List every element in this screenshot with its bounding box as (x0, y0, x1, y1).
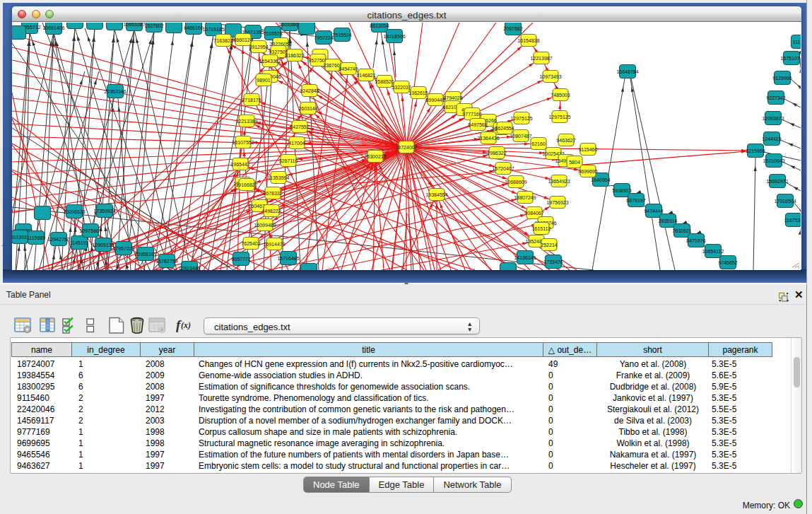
svg-text:15751074: 15751074 (780, 56, 801, 61)
svg-text:20353346: 20353346 (104, 89, 126, 94)
svg-text:9129966: 9129966 (772, 76, 792, 81)
svg-text:10973493: 10973493 (539, 74, 561, 79)
svg-text:(x): (x) (181, 320, 191, 330)
svg-text:7632621: 7632621 (672, 228, 691, 233)
svg-text:16107552: 16107552 (232, 140, 254, 145)
svg-text:5938923: 5938923 (612, 188, 631, 193)
svg-text:12923448: 12923448 (178, 266, 200, 271)
svg-text:1244415: 1244415 (762, 136, 781, 141)
svg-text:6466160: 6466160 (184, 25, 203, 30)
svg-text:2718176: 2718176 (242, 98, 261, 103)
svg-text:9115460: 9115460 (579, 147, 598, 152)
svg-text:19384554: 19384554 (425, 192, 447, 197)
svg-text:10719185: 10719185 (202, 27, 224, 32)
svg-text:4498222: 4498222 (261, 209, 281, 214)
svg-text:7485003: 7485003 (551, 93, 570, 98)
svg-text:8912954: 8912954 (249, 45, 268, 49)
svg-text:10958107: 10958107 (134, 252, 156, 257)
svg-text:1362615: 1362615 (408, 90, 428, 95)
svg-text:8678332: 8678332 (263, 191, 282, 196)
svg-text:8471676: 8471676 (686, 238, 705, 243)
svg-text:1640954: 1640954 (591, 177, 610, 182)
svg-text:9463627: 9463627 (556, 138, 575, 143)
svg-text:12213389: 12213389 (235, 119, 257, 124)
svg-text:9699695: 9699695 (578, 169, 597, 174)
svg-text:17359924: 17359924 (93, 209, 115, 214)
svg-text:7625402: 7625402 (241, 241, 260, 246)
svg-text:8186323: 8186323 (285, 53, 304, 58)
svg-text:5322037: 5322037 (392, 85, 411, 90)
svg-text:10807487: 10807487 (510, 134, 531, 139)
svg-text:16543362: 16543362 (259, 59, 281, 64)
svg-text:12093873: 12093873 (762, 116, 784, 121)
svg-text:7163822: 7163822 (213, 38, 233, 43)
svg-text:9084067: 9084067 (524, 211, 543, 216)
svg-text:1965442: 1965442 (230, 162, 249, 167)
svg-text:10653287: 10653287 (123, 23, 145, 27)
svg-text:9146821: 9146821 (356, 73, 375, 78)
svg-text:10975867: 10975867 (79, 228, 101, 233)
svg-text:8660124: 8660124 (233, 37, 252, 42)
svg-text:7986322: 7986322 (487, 151, 506, 156)
svg-text:8454749: 8454749 (339, 66, 358, 71)
svg-text:18807249: 18807249 (514, 195, 536, 200)
svg-text:9227342: 9227342 (766, 95, 785, 100)
svg-text:11175: 11175 (793, 40, 801, 45)
svg-text:12975125: 12975125 (510, 116, 532, 121)
svg-text:16210643: 16210643 (763, 158, 784, 163)
svg-text:16782759: 16782759 (155, 259, 177, 264)
svg-text:2087682: 2087682 (503, 26, 522, 31)
svg-text:2603144: 2603144 (298, 106, 317, 111)
svg-text:15716485: 15716485 (277, 256, 299, 261)
svg-text:9474444: 9474444 (644, 209, 663, 214)
svg-text:6497568: 6497568 (468, 122, 487, 127)
svg-text:8990448: 8990448 (425, 98, 445, 103)
svg-text:3624554: 3624554 (495, 126, 514, 131)
svg-text:17957223: 17957223 (112, 246, 134, 251)
svg-text:1145193: 1145193 (70, 240, 89, 245)
svg-text:417004: 417004 (288, 141, 305, 146)
svg-text:1615112: 1615112 (532, 226, 551, 231)
svg-text:10654112: 10654112 (702, 249, 724, 254)
svg-text:1733426: 1733426 (543, 259, 563, 264)
svg-text:20691406: 20691406 (42, 25, 64, 30)
svg-text:9245652: 9245652 (718, 260, 737, 265)
svg-text:6879197: 6879197 (626, 198, 645, 203)
svg-text:11353594: 11353594 (268, 175, 290, 180)
svg-text:7515528: 7515528 (263, 31, 282, 36)
svg-text:20206538: 20206538 (63, 209, 85, 214)
svg-text:1115689: 1115689 (27, 235, 45, 240)
svg-text:7957224: 7957224 (314, 35, 333, 40)
svg-text:7515524: 7515524 (332, 33, 351, 37)
svg-text:21364436: 21364436 (477, 136, 499, 141)
svg-text:8813054: 8813054 (370, 23, 389, 28)
svg-text:19756923: 19756923 (546, 200, 568, 205)
svg-text:1588520: 1588520 (375, 79, 394, 84)
svg-text:19218506: 19218506 (383, 34, 405, 39)
svg-text:9777169: 9777169 (462, 112, 481, 117)
svg-text:16099489: 16099489 (254, 223, 276, 228)
svg-text:3267110: 3267110 (279, 158, 298, 163)
svg-text:16033809: 16033809 (278, 23, 300, 27)
svg-text:9242848: 9242848 (300, 88, 319, 93)
svg-text:2935114: 2935114 (659, 218, 678, 223)
svg-text:25300215: 25300215 (364, 154, 386, 159)
svg-text:19166827: 19166827 (235, 182, 257, 187)
svg-text:12213987: 12213987 (530, 56, 552, 61)
svg-text:15720407: 15720407 (492, 166, 514, 171)
svg-text:5804: 5804 (569, 160, 580, 165)
svg-text:12975125: 12975125 (548, 115, 570, 119)
svg-text:18724007: 18724007 (395, 145, 417, 150)
svg-text:15692971: 15692971 (766, 179, 788, 184)
svg-text:16914479: 16914479 (263, 242, 285, 247)
svg-text:62160: 62160 (531, 141, 546, 146)
svg-text:12942757: 12942757 (47, 237, 69, 242)
svg-text:252214: 252214 (541, 243, 557, 247)
svg-text:6794028: 6794028 (443, 95, 462, 100)
svg-text:98901: 98901 (257, 78, 271, 83)
svg-text:1167534: 1167534 (784, 218, 801, 223)
svg-text:1527602: 1527602 (144, 23, 163, 28)
svg-text:8427552: 8427552 (290, 124, 309, 129)
svg-text:16648784: 16648784 (616, 69, 638, 74)
svg-text:14136141: 14136141 (514, 255, 536, 260)
